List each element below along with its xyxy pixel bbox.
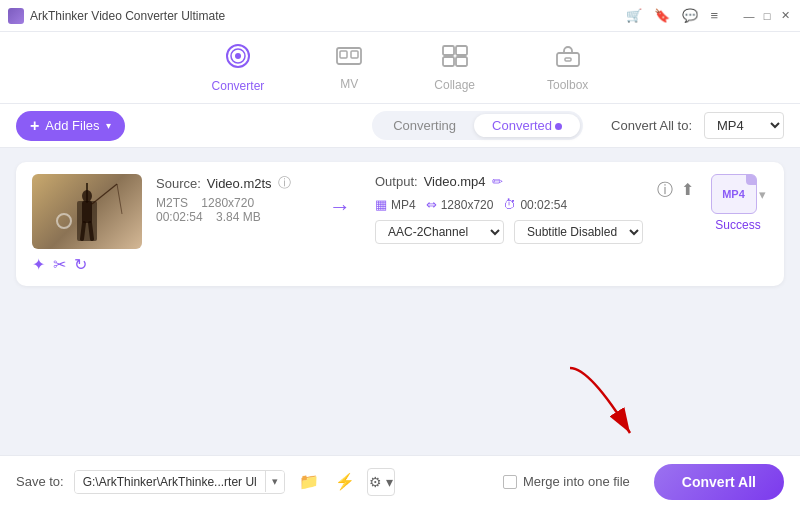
window-controls: — □ ✕	[742, 9, 792, 23]
chat-icon[interactable]: 💬	[682, 8, 698, 23]
output-resolution: 1280x720	[441, 198, 494, 212]
badge-row: MP4 ▾	[711, 174, 766, 214]
info-action-icon[interactable]: ⓘ	[657, 180, 673, 201]
main-layout: Converter MV Collage	[0, 32, 800, 507]
file-format: M2TS	[156, 196, 188, 210]
convert-all-label: Convert All to:	[611, 118, 692, 133]
merge-checkbox-area: Merge into one file	[503, 474, 630, 489]
thumbnail-section: ✦ ✂ ↻	[32, 174, 142, 274]
nav-item-converter[interactable]: Converter	[196, 35, 281, 101]
title-icon-group: 🛒 🔖 💬 ≡	[626, 8, 718, 23]
svg-line-15	[92, 184, 117, 204]
save-to-label: Save to:	[16, 474, 64, 489]
nav-label-toolbox: Toolbox	[547, 78, 588, 92]
svg-line-17	[82, 223, 84, 239]
plus-icon: +	[30, 117, 39, 135]
file-info: Source: Video.m2ts ⓘ M2TS 1280x720 00:02…	[156, 174, 305, 234]
file-duration: 00:02:54	[156, 210, 203, 224]
merge-checkbox[interactable]	[503, 475, 517, 489]
file-card: ✦ ✂ ↻ Source: Video.m2ts ⓘ M2TS 1280x720…	[16, 162, 784, 286]
file-meta: M2TS 1280x720 00:02:54 3.84 MB	[156, 196, 305, 224]
menu-icon[interactable]: ≡	[710, 8, 718, 23]
file-resolution: 1280x720	[201, 196, 254, 210]
title-bar-left: ArkThinker Video Converter Ultimate	[8, 8, 225, 24]
nav-item-collage[interactable]: Collage	[418, 36, 491, 100]
bookmark-icon[interactable]: 🔖	[654, 8, 670, 23]
download-action-icon[interactable]: ⬆	[681, 180, 694, 201]
output-actions: ⓘ ⬆	[657, 174, 694, 201]
success-status: Success	[715, 218, 760, 232]
nav-bar: Converter MV Collage	[0, 32, 800, 104]
cart-icon[interactable]: 🛒	[626, 8, 642, 23]
svg-rect-8	[443, 57, 454, 66]
output-filename: Video.mp4	[424, 174, 486, 189]
maximize-button[interactable]: □	[760, 9, 774, 23]
settings-icon[interactable]: ⚙ ▾	[367, 468, 395, 496]
path-chevron-icon[interactable]: ▾	[265, 471, 284, 492]
title-bar: ArkThinker Video Converter Ultimate 🛒 🔖 …	[0, 0, 800, 32]
nav-label-collage: Collage	[434, 78, 475, 92]
output-details: ▦ MP4 ⇔ 1280x720 ⏱ 00:02:54	[375, 197, 643, 212]
output-edit-icon[interactable]: ✏	[492, 174, 503, 189]
sparkle-icon[interactable]: ✦	[32, 255, 45, 274]
tab-converted[interactable]: Converted	[474, 114, 580, 137]
minimize-button[interactable]: —	[742, 9, 756, 23]
converted-dot	[555, 123, 562, 130]
badge-corner	[746, 175, 756, 185]
output-controls: AAC-2Channel AAC-5.1Channel Subtitle Dis…	[375, 220, 643, 244]
convert-arrow-icon: →	[329, 194, 351, 220]
output-header: Output: Video.mp4 ✏	[375, 174, 643, 189]
cut-icon[interactable]: ✂	[53, 255, 66, 274]
path-input-wrapper: ▾	[74, 470, 285, 494]
svg-rect-7	[456, 46, 467, 55]
source-label: Source:	[156, 176, 201, 191]
add-files-label: Add Files	[45, 118, 99, 133]
badge-chevron-icon[interactable]: ▾	[759, 187, 766, 202]
output-resolution-item: ⇔ 1280x720	[426, 197, 494, 212]
output-label: Output:	[375, 174, 418, 189]
tab-converting[interactable]: Converting	[375, 114, 474, 137]
success-badge-area: MP4 ▾ Success	[708, 174, 768, 232]
file-source-row: Source: Video.m2ts ⓘ	[156, 174, 305, 192]
format-select[interactable]: MP4 MKV AVI MOV	[704, 112, 784, 139]
svg-line-16	[117, 184, 122, 214]
output-format-item: ▦ MP4	[375, 197, 416, 212]
subtitle-select[interactable]: Subtitle Disabled Subtitle Enabled	[514, 220, 643, 244]
toolbox-icon	[555, 44, 581, 74]
svg-rect-11	[565, 58, 571, 61]
arrow-section: →	[319, 174, 361, 220]
toolbar: + Add Files ▾ Converting Converted Conve…	[0, 104, 800, 148]
mp4-badge: MP4	[711, 174, 757, 214]
output-duration-item: ⏱ 00:02:54	[503, 197, 567, 212]
svg-rect-5	[351, 51, 358, 58]
tab-group: Converting Converted	[372, 111, 583, 140]
converter-icon	[225, 43, 251, 75]
audio-channel-select[interactable]: AAC-2Channel AAC-5.1Channel	[375, 220, 504, 244]
add-files-button[interactable]: + Add Files ▾	[16, 111, 125, 141]
thumb-actions: ✦ ✂ ↻	[32, 255, 87, 274]
folder-icon[interactable]: 📁	[295, 468, 323, 496]
app-icon	[8, 8, 24, 24]
badge-format-text: MP4	[722, 188, 745, 200]
rotate-icon[interactable]: ↻	[74, 255, 87, 274]
source-info-icon[interactable]: ⓘ	[278, 174, 291, 192]
output-resolution-icon: ⇔	[426, 197, 437, 212]
nav-label-mv: MV	[340, 77, 358, 91]
svg-point-13	[82, 190, 92, 202]
convert-all-button[interactable]: Convert All	[654, 464, 784, 500]
svg-rect-9	[456, 57, 467, 66]
output-action-icons: ⓘ ⬆	[657, 180, 694, 201]
close-button[interactable]: ✕	[778, 9, 792, 23]
mv-icon	[336, 45, 362, 73]
svg-rect-4	[340, 51, 347, 58]
nav-item-toolbox[interactable]: Toolbox	[531, 36, 604, 100]
svg-rect-6	[443, 46, 454, 55]
output-duration-icon: ⏱	[503, 197, 516, 212]
flash-icon[interactable]: ⚡	[331, 468, 359, 496]
collage-icon	[442, 44, 468, 74]
nav-item-mv[interactable]: MV	[320, 37, 378, 99]
svg-line-18	[90, 223, 92, 239]
save-path-input[interactable]	[75, 471, 265, 493]
add-files-chevron-icon: ▾	[106, 120, 111, 131]
bottom-icons: 📁 ⚡ ⚙ ▾	[295, 468, 395, 496]
